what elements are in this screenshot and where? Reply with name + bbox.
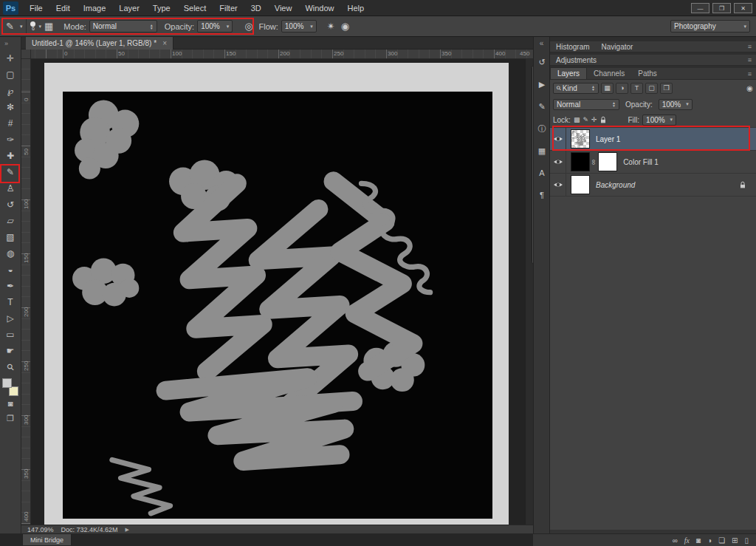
layer-row-background[interactable]: Background [550,174,756,197]
lock-all-icon[interactable] [600,116,606,123]
visibility-toggle[interactable] [550,128,566,151]
layer-mask-thumbnail[interactable] [598,152,617,171]
layer-name[interactable]: Color Fill 1 [623,158,659,166]
brush-tool[interactable]: ✎ [0,164,21,180]
layer-name[interactable]: Background [596,181,635,189]
panel-menu-icon[interactable]: ≡ [748,70,752,78]
brush-preset-picker[interactable]: 6 [30,21,35,31]
eyedropper-tool[interactable]: ✑ [0,132,21,148]
filter-type-layers-icon[interactable]: T [630,83,643,94]
info-panel-icon[interactable]: ⓘ [534,121,550,136]
tool-presets-panel-icon[interactable]: ✎ [534,99,550,114]
zoom-level[interactable]: 147.09% [27,526,54,533]
toggle-brush-panel-icon[interactable]: ▦ [41,21,56,32]
foreground-color-swatch[interactable] [2,378,12,388]
lock-image-icon[interactable]: ✎ [583,116,588,123]
tool-preset-dropdown-icon[interactable]: ▾ [20,24,23,30]
close-tab-icon[interactable]: × [162,39,167,47]
eraser-tool[interactable]: ▱ [0,213,21,229]
screen-mode-button[interactable]: ❐ [0,411,21,426]
menu-select[interactable]: Select [177,0,213,16]
menu-type[interactable]: Type [146,0,177,16]
spot-healing-brush-tool[interactable]: ✚ [0,148,21,164]
menu-view[interactable]: View [268,0,299,16]
layer-row-colorfill1[interactable]: ∞ Color Fill 1 [550,151,756,174]
document-tab[interactable]: Untitled-1 @ 146% (Layer 1, RGB/8) * × [26,37,173,50]
restore-button[interactable]: ❐ [712,3,731,13]
expand-panels-icon[interactable]: « [534,37,549,47]
workspace-switcher[interactable]: Photography ▾ [670,20,750,33]
layer-styles-icon[interactable]: fx [684,536,690,545]
ruler-origin-corner[interactable] [21,50,31,59]
toolbar-expand-icon[interactable]: » [0,37,21,50]
zoom-tool[interactable]: ⚲ [0,359,21,375]
shape-tool[interactable]: ▭ [0,327,21,343]
pressure-size-icon[interactable]: ◉ [338,21,352,32]
actions-panel-icon[interactable]: ▶ [534,77,550,92]
menu-edit[interactable]: Edit [49,0,77,16]
gradient-tool[interactable]: ▧ [0,229,21,245]
type-tool[interactable]: T [0,294,21,310]
opacity-select[interactable]: 100% ▾ [197,20,233,33]
filter-kind-select[interactable]: ⚲ Kind ▲▼ [553,83,599,94]
history-panel-icon[interactable]: ↺ [534,55,550,69]
horizontal-ruler[interactable]: 0 50 100 150 200 250 300 350 400 450 [31,50,533,59]
panel-menu-icon[interactable]: ≡ [748,43,752,50]
layer-thumbnail[interactable] [571,175,590,194]
tab-layers[interactable]: Layers [550,67,587,79]
tab-adjustments[interactable]: Adjustments [550,55,602,66]
pressure-opacity-icon[interactable]: ◎ [241,21,255,32]
clone-stamp-tool[interactable]: ♙ [0,180,21,197]
menu-layer[interactable]: Layer [112,0,146,16]
lock-position-icon[interactable]: ✛ [591,116,597,123]
menu-3d[interactable]: 3D [244,0,268,16]
filter-pixel-layers-icon[interactable]: ▦ [601,83,614,94]
lock-transparency-icon[interactable]: ▩ [574,116,580,123]
blend-mode-select[interactable]: Normal ▲▼ [89,20,157,33]
pen-tool[interactable]: ✒ [0,278,21,294]
filter-adjustment-layers-icon[interactable]: ◑ [616,83,628,94]
properties-panel-icon[interactable]: ▦ [534,143,550,158]
tab-histogram[interactable]: Histogram [550,41,596,52]
tab-channels[interactable]: Channels [587,68,631,79]
menu-window[interactable]: Window [298,0,340,16]
dodge-tool[interactable]: ◒ [0,262,21,278]
new-group-icon[interactable]: ❏ [718,536,725,545]
rectangular-marquee-tool[interactable]: ▢ [0,66,21,83]
history-brush-tool[interactable]: ↺ [0,197,21,213]
menu-filter[interactable]: Filter [213,0,244,16]
color-swatches[interactable] [1,378,19,396]
vertical-ruler[interactable]: 0 50 100 150 200 250 300 350 400 [21,59,31,525]
quick-mask-button[interactable]: ◙ [0,396,21,411]
path-selection-tool[interactable]: ▷ [0,310,21,327]
menu-image[interactable]: Image [77,0,113,16]
visibility-toggle[interactable] [550,151,566,174]
new-adjustment-layer-icon[interactable]: ◑ [707,536,712,545]
menu-help[interactable]: Help [341,0,371,16]
fill-layer-thumbnail[interactable] [571,152,590,171]
crop-tool[interactable]: # [0,115,21,132]
move-tool[interactable]: ✛ [0,50,21,66]
tab-paths[interactable]: Paths [631,68,664,79]
close-button[interactable]: ✕ [734,3,752,13]
status-flyout-icon[interactable]: ▶ [126,527,129,533]
layer-opacity-select[interactable]: 100% ▾ [659,99,693,110]
tab-navigator[interactable]: Navigator [596,41,639,52]
delete-layer-icon[interactable]: ▯ [744,536,749,545]
airbrush-icon[interactable]: ✴ [324,21,338,32]
minimize-button[interactable]: — [691,3,709,13]
menu-file[interactable]: File [23,0,49,16]
panel-menu-icon[interactable]: ≡ [748,56,752,64]
filter-smart-objects-icon[interactable]: ❒ [660,83,673,94]
layer-row-layer1[interactable]: Layer 1 [550,128,756,151]
hand-tool[interactable]: ☛ [0,343,21,359]
blur-tool[interactable]: ◍ [0,245,21,262]
flow-select[interactable]: 100% ▾ [281,20,317,33]
paragraph-panel-icon[interactable]: ¶ [534,188,550,202]
canvas-viewport[interactable] [31,59,525,525]
layer-thumbnail[interactable] [571,129,590,149]
link-layers-icon[interactable]: ∞ [673,536,678,545]
quick-selection-tool[interactable]: ✻ [0,99,21,115]
visibility-toggle[interactable] [550,174,566,197]
lasso-tool[interactable]: ℘ [0,83,21,99]
